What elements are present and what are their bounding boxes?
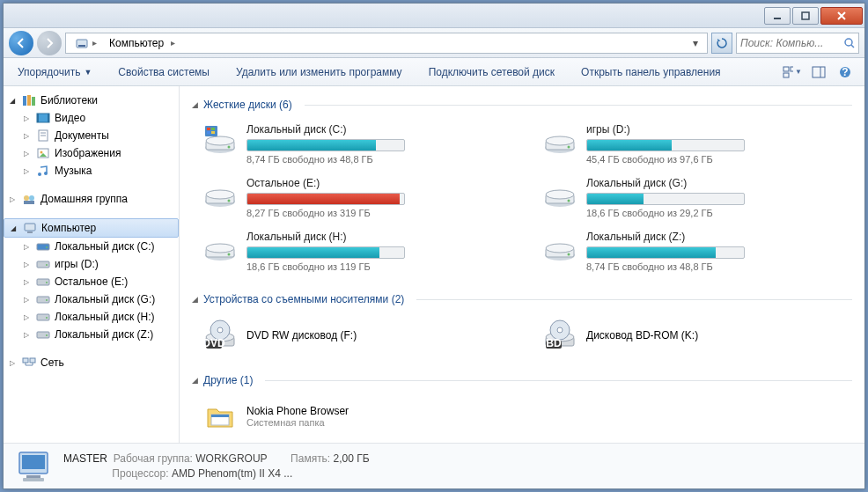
homegroup-node[interactable]: ▷ Домашняя группа: [4, 190, 179, 208]
expand-icon[interactable]: ▷: [21, 278, 32, 286]
music-node[interactable]: ▷ Музыка: [4, 162, 179, 180]
close-button[interactable]: [820, 7, 863, 25]
other-group-header[interactable]: ◢ Другие (1): [192, 369, 852, 395]
expand-icon[interactable]: ▷: [21, 243, 32, 251]
pictures-label: Изображения: [55, 147, 121, 159]
drive-name: Остальное (E:): [246, 177, 509, 189]
svg-rect-28: [25, 224, 35, 231]
window-controls: [764, 7, 863, 25]
svg-rect-13: [27, 95, 31, 106]
expand-icon[interactable]: ▷: [21, 167, 32, 175]
expand-icon[interactable]: ▷: [21, 296, 32, 304]
svg-rect-16: [37, 114, 39, 122]
forward-button[interactable]: [37, 31, 62, 55]
sidebar-drive-node[interactable]: ▷Остальное (E:): [4, 273, 179, 290]
item-name: Nokia Phone Browser: [246, 405, 349, 417]
search-box[interactable]: [736, 33, 859, 54]
drive-item[interactable]: игры (D:)45,4 ГБ свободно из 97,6 ГБ: [539, 120, 852, 168]
preview-pane-button[interactable]: [808, 62, 829, 82]
libraries-icon: [21, 93, 37, 107]
control-panel-button[interactable]: Открыть панель управления: [576, 62, 726, 82]
network-node[interactable]: ▷ Сеть: [4, 354, 179, 371]
svg-point-46: [206, 136, 234, 145]
drive-item[interactable]: Локальный диск (H:)18,6 ГБ свободно из 1…: [199, 227, 512, 275]
map-drive-button[interactable]: Подключить сетевой диск: [423, 62, 560, 82]
nav-pane: ◢ Библиотеки ▷ Видео ▷ Документы ▷ Изобр…: [4, 86, 180, 443]
uninstall-button[interactable]: Удалить или изменить программу: [231, 62, 408, 82]
capacity-bar: [586, 139, 745, 151]
drive-item[interactable]: Локальный диск (C:)8,74 ГБ свободно из 4…: [199, 120, 512, 168]
videos-node[interactable]: ▷ Видео: [4, 109, 179, 127]
organize-button[interactable]: Упорядочить ▼: [12, 62, 97, 82]
breadcrumb[interactable]: ▸ Компьютер ▸ ▾: [65, 33, 708, 54]
sidebar-drive-node[interactable]: ▷Локальный диск (Z:): [4, 326, 179, 343]
svg-rect-49: [207, 128, 210, 130]
other-group-label: Другие (1): [203, 374, 253, 386]
drive-name: DVD RW дисковод (F:): [246, 329, 357, 341]
view-options-button[interactable]: ▼: [782, 62, 803, 82]
expand-icon[interactable]: ▷: [21, 114, 32, 122]
breadcrumb-dropdown[interactable]: ▾: [688, 37, 703, 49]
pictures-node[interactable]: ▷ Изображения: [4, 144, 179, 162]
capacity-bar: [246, 139, 405, 151]
network-label: Сеть: [40, 356, 64, 369]
drive-small-icon: [35, 310, 51, 324]
drive-label: Локальный диск (Z:): [55, 328, 153, 341]
drive-free-space: 18,6 ГБ свободно из 119 ГБ: [246, 261, 509, 272]
collapse-icon[interactable]: ◢: [192, 295, 198, 304]
sidebar-drive-node[interactable]: ▷игры (D:): [4, 255, 179, 273]
sidebar-drive-node[interactable]: ▷Локальный диск (H:): [4, 308, 179, 326]
expand-icon[interactable]: ▷: [21, 150, 32, 158]
collapse-icon[interactable]: ◢: [192, 100, 198, 109]
collapse-icon[interactable]: ◢: [7, 97, 18, 105]
svg-rect-88: [22, 455, 45, 469]
drive-label: Локальный диск (C:): [55, 240, 155, 253]
libraries-label: Библиотеки: [40, 94, 98, 106]
collapse-icon[interactable]: ◢: [8, 224, 18, 232]
collapse-icon[interactable]: ◢: [192, 376, 198, 385]
svg-point-35: [46, 282, 48, 283]
sidebar-drive-node[interactable]: ▷Локальный диск (C:): [4, 238, 179, 255]
chevron-right-icon: ▸: [171, 38, 175, 48]
breadcrumb-computer[interactable]: Компьютер: [104, 35, 169, 51]
expand-icon[interactable]: ▷: [7, 359, 18, 367]
drive-item[interactable]: Локальный диск (G:)18,6 ГБ свободно из 2…: [539, 173, 852, 222]
details-pane: MASTER Рабочая группа: WORKGROUP Память:…: [4, 443, 864, 488]
maximize-button[interactable]: [792, 7, 819, 25]
removable-group-label: Устройства со съемными носителями (2): [203, 293, 404, 305]
documents-node[interactable]: ▷ Документы: [4, 127, 179, 144]
computer-node[interactable]: ◢ Компьютер: [4, 218, 179, 238]
removable-group-header[interactable]: ◢ Устройства со съемными носителями (2): [192, 288, 852, 314]
drive-item[interactable]: Остальное (E:)8,27 ГБ свободно из 319 ГБ: [199, 173, 512, 222]
homegroup-icon: [21, 192, 37, 206]
expand-icon[interactable]: ▷: [21, 313, 32, 321]
libraries-node[interactable]: ◢ Библиотеки: [4, 92, 179, 109]
other-device-item[interactable]: Nokia Phone BrowserСистемная папка: [199, 395, 852, 437]
hdd-group-header[interactable]: ◢ Жесткие диски (6): [192, 93, 852, 120]
expand-icon[interactable]: ▷: [7, 195, 18, 203]
expand-icon[interactable]: ▷: [21, 261, 32, 268]
minimize-button[interactable]: [764, 7, 791, 25]
svg-point-72: [568, 253, 570, 256]
content-pane: ◢ Жесткие диски (6) Локальный диск (C:)8…: [180, 86, 864, 443]
refresh-button[interactable]: [711, 33, 732, 54]
drive-free-space: 8,74 ГБ свободно из 48,8 ГБ: [246, 154, 509, 165]
drive-item[interactable]: Локальный диск (Z:)8,74 ГБ свободно из 4…: [539, 227, 852, 275]
drive-small-icon: [35, 292, 51, 306]
svg-point-22: [40, 151, 43, 154]
breadcrumb-root-icon[interactable]: ▸: [70, 34, 102, 52]
optical-drive-item[interactable]: BDДисковод BD-ROM (K:): [539, 314, 852, 356]
help-button[interactable]: ?: [835, 62, 856, 82]
expand-icon[interactable]: ▷: [21, 132, 32, 140]
computer-name: MASTER: [63, 452, 107, 465]
optical-drive-item[interactable]: DVDDVD RW дисковод (F:): [199, 314, 512, 356]
search-input[interactable]: [740, 37, 843, 49]
drive-free-space: 8,74 ГБ свободно из 48,8 ГБ: [586, 261, 849, 272]
item-subtitle: Системная папка: [246, 417, 349, 428]
system-properties-button[interactable]: Свойства системы: [113, 62, 215, 82]
expand-icon[interactable]: ▷: [21, 331, 32, 339]
sidebar-drive-node[interactable]: ▷Локальный диск (G:): [4, 290, 179, 308]
svg-rect-89: [26, 475, 40, 478]
svg-rect-17: [48, 114, 49, 122]
back-button[interactable]: [9, 31, 33, 55]
